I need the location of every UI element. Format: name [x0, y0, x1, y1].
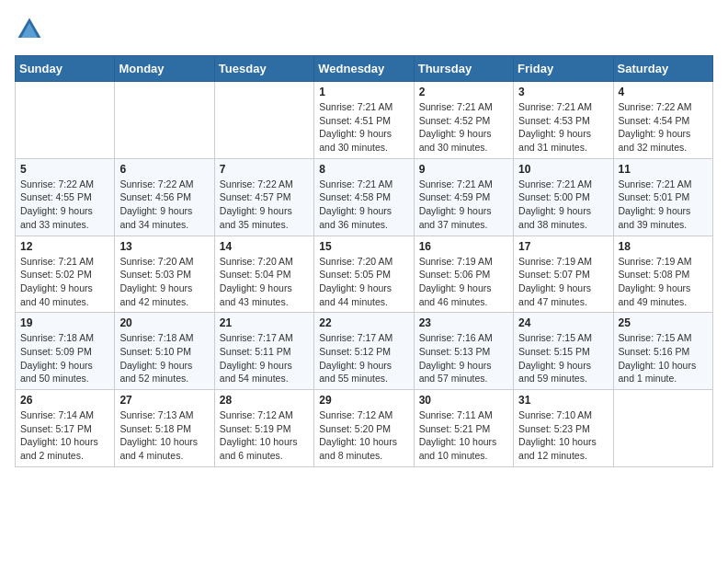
calendar-cell: 10Sunrise: 7:21 AM Sunset: 5:00 PM Dayli… [514, 158, 613, 236]
day-number: 28 [220, 394, 309, 407]
logo-icon [15, 15, 44, 44]
day-number: 19 [20, 316, 109, 329]
calendar-cell: 24Sunrise: 7:15 AM Sunset: 5:15 PM Dayli… [514, 313, 613, 390]
day-info: Sunrise: 7:17 AM Sunset: 5:12 PM Dayligh… [319, 331, 408, 385]
day-info: Sunrise: 7:21 AM Sunset: 4:51 PM Dayligh… [319, 100, 408, 155]
day-number: 27 [119, 394, 209, 407]
day-number: 9 [419, 163, 508, 176]
calendar-cell: 7Sunrise: 7:22 AM Sunset: 4:57 PM Daylig… [214, 158, 313, 236]
weekday-header-row: SundayMondayTuesdayWednesdayThursdayFrid… [16, 56, 713, 82]
day-number: 8 [319, 163, 408, 176]
day-number: 25 [619, 316, 708, 329]
day-number: 6 [119, 163, 209, 176]
calendar-cell: 3Sunrise: 7:21 AM Sunset: 4:53 PM Daylig… [514, 82, 613, 159]
weekday-header-saturday: Saturday [613, 56, 712, 82]
day-info: Sunrise: 7:13 AM Sunset: 5:18 PM Dayligh… [119, 408, 209, 463]
calendar-cell: 2Sunrise: 7:21 AM Sunset: 4:52 PM Daylig… [414, 82, 513, 159]
day-info: Sunrise: 7:20 AM Sunset: 5:04 PM Dayligh… [220, 255, 309, 309]
calendar-week-row: 1Sunrise: 7:21 AM Sunset: 4:51 PM Daylig… [16, 82, 713, 159]
calendar-cell: 27Sunrise: 7:13 AM Sunset: 5:18 PM Dayli… [115, 390, 214, 467]
day-info: Sunrise: 7:14 AM Sunset: 5:17 PM Dayligh… [20, 408, 109, 463]
day-info: Sunrise: 7:21 AM Sunset: 5:01 PM Dayligh… [619, 178, 708, 232]
calendar-cell: 28Sunrise: 7:12 AM Sunset: 5:19 PM Dayli… [214, 390, 313, 467]
calendar-week-row: 12Sunrise: 7:21 AM Sunset: 5:02 PM Dayli… [16, 236, 713, 313]
calendar-cell: 19Sunrise: 7:18 AM Sunset: 5:09 PM Dayli… [16, 313, 115, 390]
calendar-week-row: 5Sunrise: 7:22 AM Sunset: 4:55 PM Daylig… [16, 158, 713, 236]
day-info: Sunrise: 7:21 AM Sunset: 4:58 PM Dayligh… [319, 178, 408, 232]
calendar-cell: 15Sunrise: 7:20 AM Sunset: 5:05 PM Dayli… [314, 236, 414, 313]
day-number: 22 [319, 316, 408, 329]
weekday-header-sunday: Sunday [16, 56, 115, 82]
weekday-header-tuesday: Tuesday [214, 56, 313, 82]
calendar-cell [613, 390, 712, 467]
day-number: 30 [419, 394, 508, 407]
day-info: Sunrise: 7:21 AM Sunset: 5:00 PM Dayligh… [518, 178, 608, 232]
day-info: Sunrise: 7:21 AM Sunset: 4:53 PM Dayligh… [518, 100, 608, 155]
calendar-cell: 22Sunrise: 7:17 AM Sunset: 5:12 PM Dayli… [314, 313, 414, 390]
day-info: Sunrise: 7:22 AM Sunset: 4:54 PM Dayligh… [619, 100, 708, 155]
calendar-cell: 8Sunrise: 7:21 AM Sunset: 4:58 PM Daylig… [314, 158, 414, 236]
calendar-cell: 4Sunrise: 7:22 AM Sunset: 4:54 PM Daylig… [613, 82, 712, 159]
day-number: 5 [20, 163, 109, 176]
day-number: 7 [220, 163, 309, 176]
day-number: 10 [518, 163, 608, 176]
calendar-cell: 1Sunrise: 7:21 AM Sunset: 4:51 PM Daylig… [314, 82, 414, 159]
day-info: Sunrise: 7:17 AM Sunset: 5:11 PM Dayligh… [220, 331, 309, 385]
day-number: 21 [220, 316, 309, 329]
day-number: 3 [518, 86, 608, 98]
day-info: Sunrise: 7:21 AM Sunset: 4:59 PM Dayligh… [419, 178, 508, 232]
calendar-cell [16, 82, 115, 159]
day-info: Sunrise: 7:11 AM Sunset: 5:21 PM Dayligh… [419, 408, 508, 463]
day-info: Sunrise: 7:19 AM Sunset: 5:08 PM Dayligh… [619, 255, 708, 309]
weekday-header-wednesday: Wednesday [314, 56, 414, 82]
calendar-week-row: 26Sunrise: 7:14 AM Sunset: 5:17 PM Dayli… [16, 390, 713, 467]
day-info: Sunrise: 7:22 AM Sunset: 4:57 PM Dayligh… [220, 178, 309, 232]
day-info: Sunrise: 7:12 AM Sunset: 5:19 PM Dayligh… [220, 408, 309, 463]
calendar-cell: 26Sunrise: 7:14 AM Sunset: 5:17 PM Dayli… [16, 390, 115, 467]
day-info: Sunrise: 7:21 AM Sunset: 4:52 PM Dayligh… [419, 100, 508, 155]
day-number: 15 [319, 240, 408, 253]
day-info: Sunrise: 7:18 AM Sunset: 5:10 PM Dayligh… [119, 331, 209, 385]
calendar-cell: 5Sunrise: 7:22 AM Sunset: 4:55 PM Daylig… [16, 158, 115, 236]
calendar-cell: 13Sunrise: 7:20 AM Sunset: 5:03 PM Dayli… [115, 236, 214, 313]
day-info: Sunrise: 7:10 AM Sunset: 5:23 PM Dayligh… [518, 408, 608, 463]
calendar-table: SundayMondayTuesdayWednesdayThursdayFrid… [15, 55, 713, 467]
day-info: Sunrise: 7:12 AM Sunset: 5:20 PM Dayligh… [319, 408, 408, 463]
page-header [15, 15, 713, 44]
day-number: 2 [419, 86, 508, 98]
day-number: 11 [619, 163, 708, 176]
day-info: Sunrise: 7:15 AM Sunset: 5:16 PM Dayligh… [619, 331, 708, 385]
calendar-cell: 16Sunrise: 7:19 AM Sunset: 5:06 PM Dayli… [414, 236, 513, 313]
calendar-cell: 17Sunrise: 7:19 AM Sunset: 5:07 PM Dayli… [514, 236, 613, 313]
logo [15, 15, 48, 44]
day-info: Sunrise: 7:16 AM Sunset: 5:13 PM Dayligh… [419, 331, 508, 385]
day-number: 24 [518, 316, 608, 329]
day-number: 13 [119, 240, 209, 253]
day-number: 20 [119, 316, 209, 329]
day-info: Sunrise: 7:22 AM Sunset: 4:56 PM Dayligh… [119, 178, 209, 232]
day-info: Sunrise: 7:19 AM Sunset: 5:07 PM Dayligh… [518, 255, 608, 309]
day-number: 1 [319, 86, 408, 98]
day-number: 17 [518, 240, 608, 253]
calendar-cell: 9Sunrise: 7:21 AM Sunset: 4:59 PM Daylig… [414, 158, 513, 236]
day-number: 4 [619, 86, 708, 98]
weekday-header-friday: Friday [514, 56, 613, 82]
calendar-week-row: 19Sunrise: 7:18 AM Sunset: 5:09 PM Dayli… [16, 313, 713, 390]
day-info: Sunrise: 7:18 AM Sunset: 5:09 PM Dayligh… [20, 331, 109, 385]
day-number: 16 [419, 240, 508, 253]
day-number: 14 [220, 240, 309, 253]
weekday-header-thursday: Thursday [414, 56, 513, 82]
day-info: Sunrise: 7:20 AM Sunset: 5:03 PM Dayligh… [119, 255, 209, 309]
calendar-cell: 25Sunrise: 7:15 AM Sunset: 5:16 PM Dayli… [613, 313, 712, 390]
calendar-cell: 20Sunrise: 7:18 AM Sunset: 5:10 PM Dayli… [115, 313, 214, 390]
calendar-cell: 6Sunrise: 7:22 AM Sunset: 4:56 PM Daylig… [115, 158, 214, 236]
calendar-cell: 30Sunrise: 7:11 AM Sunset: 5:21 PM Dayli… [414, 390, 513, 467]
calendar-cell [214, 82, 313, 159]
weekday-header-monday: Monday [115, 56, 214, 82]
calendar-cell [115, 82, 214, 159]
calendar-cell: 21Sunrise: 7:17 AM Sunset: 5:11 PM Dayli… [214, 313, 313, 390]
day-number: 23 [419, 316, 508, 329]
day-info: Sunrise: 7:21 AM Sunset: 5:02 PM Dayligh… [20, 255, 109, 309]
day-info: Sunrise: 7:15 AM Sunset: 5:15 PM Dayligh… [518, 331, 608, 385]
calendar-cell: 31Sunrise: 7:10 AM Sunset: 5:23 PM Dayli… [514, 390, 613, 467]
